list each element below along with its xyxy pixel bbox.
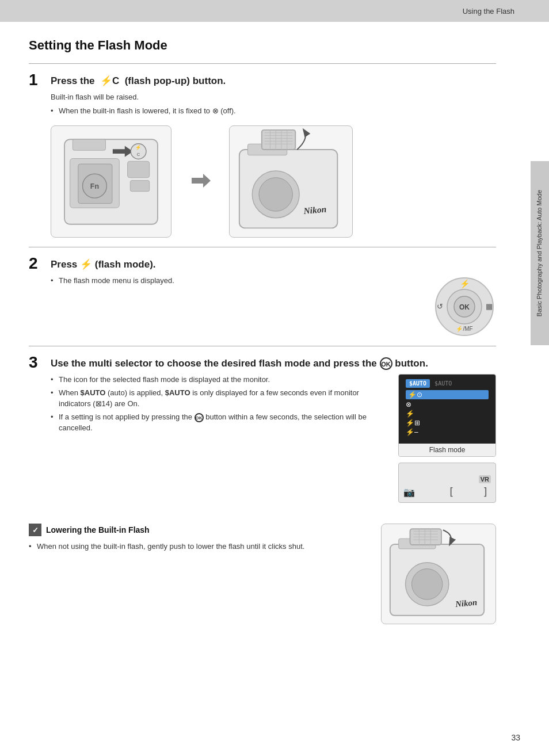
divider-3 <box>29 346 496 346</box>
svg-text:Fn: Fn <box>90 182 99 190</box>
step-1-bullets: When the built-in flash is lowered, it i… <box>51 105 496 117</box>
flash-icon-slow: ⚡⊞ <box>406 419 489 427</box>
flash-panel-label: Flash mode <box>399 444 495 456</box>
flash-panel-inner: $AUTO $AUTO ⚡⊙ ⊗ ⚡ <box>399 375 495 444</box>
note-camera-box: Nikon <box>381 524 496 624</box>
camera-svg-1: Fn ⚡ C <box>54 127 169 236</box>
svg-text:⚡: ⚡ <box>460 279 470 289</box>
step-2-body: The flash mode menu is displayed. OK <box>29 275 496 340</box>
divider-2 <box>29 247 496 247</box>
step-3-bullets: The icon for the selected flash mode is … <box>51 374 387 434</box>
camera-diagram-2: Nikon <box>229 125 353 238</box>
step-3-header: 3 Use the multi selector to choose the d… <box>29 354 496 371</box>
svg-point-47 <box>411 568 442 599</box>
header-title: Using the Flash <box>463 7 514 16</box>
svg-text:⚡: ⚡ <box>135 144 142 151</box>
step-3-bullet-2: When $AUTO (auto) is applied, $AUTO is o… <box>51 387 387 410</box>
step-1-body: Built-in flash will be raised. When the … <box>29 91 496 116</box>
svg-rect-7 <box>130 180 149 191</box>
svg-text:OK: OK <box>459 303 470 311</box>
main-content: Setting the Flash Mode 1 Press the ⚡C (f… <box>0 22 531 647</box>
page-title: Setting the Flash Mode <box>29 38 496 53</box>
note-bullet-1: When not using the built-in flash, gentl… <box>29 541 364 552</box>
svg-text:Nikon: Nikon <box>302 204 326 215</box>
step-2-text: The flash mode menu is displayed. <box>51 275 421 288</box>
step-3-images: $AUTO $AUTO ⚡⊙ ⊗ ⚡ <box>398 374 496 503</box>
svg-text:▦: ▦ <box>486 302 493 311</box>
step-2-header: 2 Press ⚡ (flash mode). <box>29 255 496 272</box>
step-3-title: Use the multi selector to choose the des… <box>51 357 496 370</box>
note-title: Lowering the Built-in Flash <box>46 525 150 534</box>
step-2-bullet-1: The flash mode menu is displayed. <box>51 275 421 287</box>
side-tab-text: Basic Photography and Playback: Auto Mod… <box>535 190 544 316</box>
step-1-body-text: Built-in flash will be raised. <box>51 91 496 103</box>
ok-button-diagram: OK ⚡ ↺ ▦ ⚡/MF <box>433 275 496 340</box>
svg-text:C: C <box>137 151 140 156</box>
flash-mode-panel: $AUTO $AUTO ⚡⊙ ⊗ ⚡ <box>398 374 496 457</box>
monitor-vr-badge: VR <box>479 475 491 483</box>
step-1-section: 1 Press the ⚡C (flash pop-up) button. Bu… <box>29 72 496 238</box>
note-text-area: ✓ Lowering the Built-in Flash When not u… <box>29 524 364 554</box>
flash-icon-fill: ⚡ <box>406 410 489 418</box>
camera-svg-2: Nikon <box>231 127 352 236</box>
divider-1 <box>29 63 496 64</box>
monitor-panel: 📷 VR [ ] <box>398 463 496 503</box>
svg-rect-6 <box>128 161 150 178</box>
note-bullets: When not using the built-in flash, gentl… <box>29 541 364 552</box>
flash-row-top: $AUTO $AUTO <box>406 379 489 388</box>
step-1-images: Fn ⚡ C <box>51 125 496 238</box>
svg-text:↺: ↺ <box>437 302 443 311</box>
flash-mode-auto-selected: $AUTO <box>406 379 430 388</box>
step-2-section: 2 Press ⚡ (flash mode). The flash mode m… <box>29 255 496 340</box>
step-2-bullets: The flash mode menu is displayed. <box>51 275 421 287</box>
svg-rect-1 <box>73 139 105 150</box>
camera-diagram-1: Fn ⚡ C <box>51 125 171 238</box>
step-1-header: 1 Press the ⚡C (flash pop-up) button. <box>29 72 496 88</box>
step-3-layout: The icon for the selected flash mode is … <box>51 374 496 503</box>
svg-marker-12 <box>192 174 211 188</box>
monitor-bracket: [ ] <box>448 486 491 498</box>
note-header: ✓ Lowering the Built-in Flash <box>29 524 364 536</box>
flash-icon-redeye: ⚡– <box>406 428 489 436</box>
step-3-section: 3 Use the multi selector to choose the d… <box>29 354 496 503</box>
step-2-title: Press ⚡ (flash mode). <box>51 258 496 271</box>
note-camera-svg: Nikon <box>382 524 495 624</box>
flash-mode-auto-dim: $AUTO <box>434 380 452 387</box>
step-3-text: The icon for the selected flash mode is … <box>51 374 387 436</box>
svg-point-26 <box>258 177 292 211</box>
monitor-camera-icon: 📷 <box>403 487 415 498</box>
step-1-title: Press the ⚡C (flash pop-up) button. <box>51 75 496 87</box>
page-number: 33 <box>511 733 520 742</box>
note-checkmark-icon: ✓ <box>29 524 41 536</box>
arrow-between-cameras <box>189 169 212 194</box>
flash-icon-auto: ⚡⊙ <box>406 390 489 399</box>
step-3-body: The icon for the selected flash mode is … <box>29 374 496 503</box>
note-image: Nikon <box>381 524 496 624</box>
svg-text:Nikon: Nikon <box>455 597 478 608</box>
step-3-bullet-1: The icon for the selected flash mode is … <box>51 374 387 385</box>
step-3-bullet-3: If a setting is not applied by pressing … <box>51 411 387 434</box>
side-tab: Basic Photography and Playback: Auto Mod… <box>531 161 549 345</box>
flash-icon-off: ⊗ <box>406 400 489 408</box>
step-2-layout: The flash mode menu is displayed. OK <box>51 275 496 340</box>
header-bar: Using the Flash <box>0 0 549 22</box>
step-3-number: 3 <box>29 354 51 371</box>
step-2-number: 2 <box>29 255 51 272</box>
step-1-bullet-1: When the built-in flash is lowered, it i… <box>51 105 496 117</box>
svg-text:⚡/MF: ⚡/MF <box>456 325 472 333</box>
ok-button-svg: OK ⚡ ↺ ▦ ⚡/MF <box>433 275 496 338</box>
step-1-number: 1 <box>29 72 51 88</box>
note-section: ✓ Lowering the Built-in Flash When not u… <box>29 524 496 624</box>
